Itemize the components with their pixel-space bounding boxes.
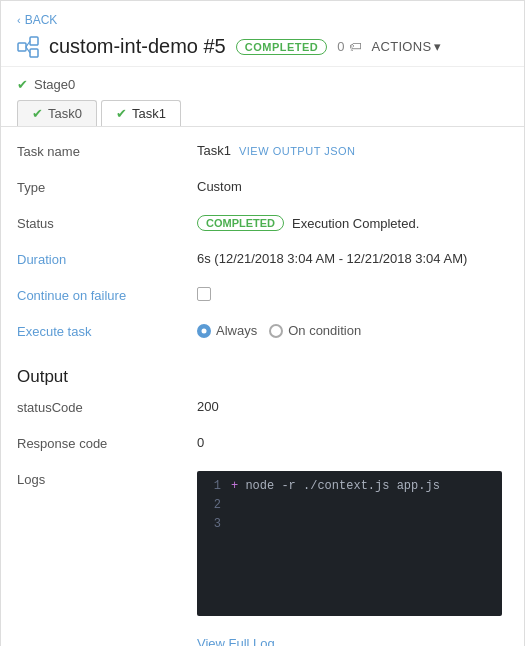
execute-task-row: Execute task Always On condition	[17, 323, 508, 345]
page-title: custom-int-demo #5	[49, 35, 226, 58]
log-line-num-1: 1	[205, 477, 221, 496]
task1-tab[interactable]: ✔ Task1	[101, 100, 181, 126]
type-row: Type Custom	[17, 179, 508, 201]
tasks-row: ✔ Task0 ✔ Task1	[17, 100, 508, 126]
status-code-row: statusCode 200	[17, 399, 508, 421]
execute-task-value: Always On condition	[197, 323, 508, 338]
header-status-badge: COMPLETED	[236, 39, 328, 55]
status-code-value: 200	[197, 399, 508, 414]
back-link[interactable]: ‹ BACK	[17, 13, 508, 27]
status-pill: COMPLETED	[197, 215, 284, 231]
continue-failure-row: Continue on failure	[17, 287, 508, 309]
logs-label: Logs	[17, 471, 197, 487]
actions-button[interactable]: ACTIONS ▾	[372, 39, 442, 54]
execute-condition-label: On condition	[288, 323, 361, 338]
actions-label: ACTIONS	[372, 39, 432, 54]
radio-condition-icon	[269, 324, 283, 338]
response-code-label: Response code	[17, 435, 197, 451]
task1-label: Task1	[132, 106, 166, 121]
svg-rect-2	[30, 49, 38, 57]
task0-label: Task0	[48, 106, 82, 121]
task1-check-icon: ✔	[116, 106, 127, 121]
actions-chevron-icon: ▾	[434, 39, 441, 54]
execute-always-option[interactable]: Always	[197, 323, 257, 338]
status-label: Status	[17, 215, 197, 231]
logs-row: Logs 1 + node -r ./context.js app.js 2 3	[17, 471, 508, 616]
continue-failure-value	[197, 287, 508, 301]
stage0-check-icon: ✔	[17, 77, 28, 92]
task-name-value: Task1 VIEW OUTPUT JSON	[197, 143, 508, 158]
log-terminal: 1 + node -r ./context.js app.js 2 3	[197, 471, 502, 616]
log-line-num-3: 3	[205, 515, 221, 534]
view-full-log-wrapper: View Full Log	[17, 630, 508, 646]
log-cmd-prefix: +	[231, 479, 238, 493]
log-line-1: 1 + node -r ./context.js app.js	[205, 477, 494, 496]
task-name-label: Task name	[17, 143, 197, 159]
output-section: Output statusCode 200 Response code 0 Lo…	[1, 359, 524, 646]
execute-radio-group: Always On condition	[197, 323, 361, 338]
stage0-label: Stage0	[34, 77, 75, 92]
view-output-link[interactable]: VIEW OUTPUT JSON	[239, 145, 356, 157]
tag-area: 0 🏷	[337, 39, 361, 54]
type-label: Type	[17, 179, 197, 195]
status-text: Execution Completed.	[292, 216, 419, 231]
back-arrow-icon: ‹	[17, 14, 21, 26]
svg-rect-1	[30, 37, 38, 45]
radio-always-icon	[197, 324, 211, 338]
log-cmd-text: node -r ./context.js app.js	[245, 479, 439, 493]
task-name-text: Task1	[197, 143, 231, 158]
stages-section: ✔ Stage0 ✔ Task0 ✔ Task1	[1, 67, 524, 127]
status-code-label: statusCode	[17, 399, 197, 415]
duration-row: Duration 6s (12/21/2018 3:04 AM - 12/21/…	[17, 251, 508, 273]
task-name-row: Task name Task1 VIEW OUTPUT JSON	[17, 143, 508, 165]
output-heading: Output	[17, 367, 508, 387]
svg-rect-0	[18, 43, 26, 51]
log-line-content-1: + node -r ./context.js app.js	[231, 477, 440, 496]
view-full-log-link[interactable]: View Full Log	[197, 630, 275, 646]
response-code-row: Response code 0	[17, 435, 508, 457]
execute-task-label: Execute task	[17, 323, 197, 339]
continue-failure-label: Continue on failure	[17, 287, 197, 303]
response-code-value: 0	[197, 435, 508, 450]
pipeline-icon	[17, 36, 39, 58]
execute-condition-option[interactable]: On condition	[269, 323, 361, 338]
log-line-3: 3	[205, 515, 494, 534]
status-row: Status COMPLETED Execution Completed.	[17, 215, 508, 237]
status-value: COMPLETED Execution Completed.	[197, 215, 508, 231]
task0-tab[interactable]: ✔ Task0	[17, 100, 97, 126]
continue-failure-checkbox[interactable]	[197, 287, 211, 301]
log-line-2: 2	[205, 496, 494, 515]
tag-icon: 🏷	[349, 39, 362, 54]
type-value: Custom	[197, 179, 508, 194]
duration-value: 6s (12/21/2018 3:04 AM - 12/21/2018 3:04…	[197, 251, 508, 266]
duration-label: Duration	[17, 251, 197, 267]
back-label: BACK	[25, 13, 58, 27]
log-line-num-2: 2	[205, 496, 221, 515]
task0-check-icon: ✔	[32, 106, 43, 121]
tag-count: 0	[337, 39, 344, 54]
execute-always-label: Always	[216, 323, 257, 338]
detail-section: Task name Task1 VIEW OUTPUT JSON Type Cu…	[1, 127, 524, 345]
